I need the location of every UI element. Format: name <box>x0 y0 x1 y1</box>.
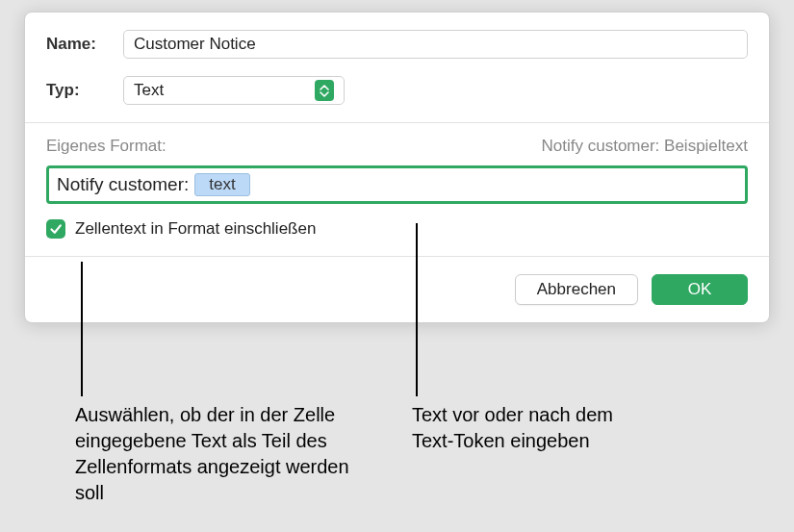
updown-icon <box>315 80 334 101</box>
text-token[interactable]: text <box>194 173 249 196</box>
dialog-button-row: Abbrechen OK <box>25 256 769 322</box>
format-prefix-text: Notify customer: <box>57 174 189 195</box>
callout-line-right <box>416 223 418 396</box>
custom-format-dialog: Name: Typ: Text Eigenes Format: Notify c… <box>24 12 770 323</box>
callout-left: Auswählen, ob der in der Zelle eingegebe… <box>75 402 373 506</box>
callout-line-left <box>81 262 83 396</box>
dialog-mid-section: Eigenes Format: Notify customer: Beispie… <box>25 123 769 256</box>
callout-right: Text vor oder nach dem Text-Token eingeb… <box>412 402 653 454</box>
name-label: Name: <box>46 35 123 54</box>
format-header: Eigenes Format: Notify customer: Beispie… <box>46 137 748 156</box>
checkmark-icon <box>49 222 63 236</box>
type-row: Typ: Text <box>46 76 748 105</box>
include-text-row: Zellentext in Format einschließen <box>46 219 748 239</box>
include-text-checkbox[interactable] <box>46 219 65 239</box>
name-input[interactable] <box>123 30 748 59</box>
cancel-button[interactable]: Abbrechen <box>515 274 638 305</box>
type-value: Text <box>134 81 164 100</box>
cancel-button-label: Abbrechen <box>537 280 616 299</box>
type-label: Typ: <box>46 81 123 100</box>
own-format-label: Eigenes Format: <box>46 137 166 156</box>
sample-text: Notify customer: Beispieltext <box>542 137 748 156</box>
include-text-label: Zellentext in Format einschließen <box>75 219 316 239</box>
format-field[interactable]: Notify customer: text <box>46 165 748 204</box>
dialog-top-section: Name: Typ: Text <box>25 13 769 122</box>
ok-button-label: OK <box>688 280 712 299</box>
type-select[interactable]: Text <box>123 76 345 105</box>
name-row: Name: <box>46 30 748 59</box>
ok-button[interactable]: OK <box>652 274 748 305</box>
